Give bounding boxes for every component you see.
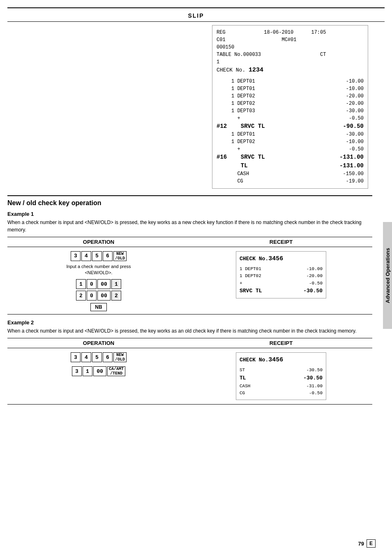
receipt-check-no-1: CHECK No.3456 [240, 254, 323, 264]
slip-item: + -0.50 [217, 115, 364, 122]
key-4: 4 [81, 251, 91, 261]
example1-body: 3 4 5 6 NEW/OLD Input a check number and… [7, 247, 372, 314]
slip-receipt: REG 18-06-2010 17:05 C01 MC#01 000150 TA… [212, 25, 368, 189]
receipt-srvc: SRVC TL-30.50 [240, 287, 323, 296]
key-ex2-1: 1 [83, 366, 92, 376]
slip-line2: C01 MC#01 [217, 36, 364, 44]
slip-section: SLIP REG 18-06-2010 17:05 C01 MC#01 0001… [7, 12, 385, 189]
example2-header: OPERATION RECEIPT [7, 338, 372, 348]
key-ex2-3: 3 [71, 352, 81, 362]
key-row-ex2-2: 3 1 00 CA/AMT/TEND [72, 366, 125, 376]
content-area: New / old check key operation Example 1 … [7, 195, 385, 405]
example1-title: Example 1 [7, 211, 372, 217]
receipt-line-cash: CASH-31.00 [240, 383, 323, 390]
slip-cg: CG -19.00 [217, 178, 364, 185]
slip-line4: TABLE No.000033 CT [217, 51, 364, 58]
operation-header-2: OPERATION [7, 338, 190, 348]
example1-header: OPERATION RECEIPT [7, 237, 372, 247]
key-ex2-4: 4 [81, 352, 91, 362]
receipt-header-2: RECEIPT [190, 338, 372, 348]
key-row-1: 3 4 5 6 NEW/OLD [71, 251, 127, 261]
key-row-ex2-1: 3 4 5 6 NEW/OLD [71, 352, 127, 362]
key-ex2-00: 00 [93, 366, 106, 376]
page-letter: E [369, 541, 373, 546]
slip-item: 1 DEPT01 -10.00 [217, 78, 364, 85]
section-title: New / old check key operation [7, 195, 372, 207]
example1-operation: 3 4 5 6 NEW/OLD Input a check number and… [7, 250, 190, 312]
slip-line3: 000150 [217, 44, 364, 51]
receipt-box-1: CHECK No.3456 1 DEPT01-10.00 1 DEPT02-20… [236, 251, 326, 299]
slip-item: 1 DEPT01 -10.00 [217, 85, 364, 92]
slip-item: 1 DEPT01 -30.00 [217, 131, 364, 138]
key-2a: 2 [76, 291, 86, 301]
receipt-box-2: CHECK No.3456 ST-30.50 TL-30.50 CASH-31.… [236, 352, 326, 400]
key-0a: 0 [87, 279, 97, 289]
example2-operation: 3 4 5 6 NEW/OLD 3 1 00 CA/AMT/TEND [7, 351, 190, 379]
slip-item: + -0.50 [217, 146, 364, 153]
receipt-line: 1 DEPT01-10.00 [240, 266, 323, 273]
key-ca-amt-tend: CA/AMT/TEND [107, 366, 125, 376]
top-rule [7, 7, 385, 8]
side-tab-text: Advanced Operations [385, 248, 391, 303]
example2-body: 3 4 5 6 NEW/OLD 3 1 00 CA/AMT/TEND CHECK… [7, 348, 372, 404]
slip-line1: REG 18-06-2010 17:05 [217, 29, 364, 36]
key-1b: 1 [111, 279, 121, 289]
slip-item: 1 DEPT03 -30.00 [217, 107, 364, 115]
slip-tl: TL -131.00 [217, 162, 364, 170]
slip-line5: 1 [217, 58, 364, 66]
key-0b: 0 [87, 291, 97, 301]
slip-item: 1 DEPT02 -20.00 [217, 92, 364, 100]
example2-receipt: CHECK No.3456 ST-30.50 TL-30.50 CASH-31.… [190, 351, 372, 402]
key-3: 3 [71, 251, 81, 261]
slip-divider [7, 21, 385, 22]
example2-desc: When a check number is input and <NEW/OL… [7, 327, 372, 335]
receipt-line: +-0.50 [240, 280, 323, 287]
key-1a: 1 [76, 279, 86, 289]
page-letter-box: E [367, 539, 376, 548]
slip-check-no: CHECK No. 1234 [217, 66, 364, 75]
example2-title: Example 2 [7, 319, 372, 326]
slip-title: SLIP [188, 12, 204, 19]
key-nb: NB [90, 303, 106, 311]
example1-receipt: CHECK No.3456 1 DEPT01-10.00 1 DEPT02-20… [190, 250, 372, 301]
key-ex2-new-old: NEW/OLD [113, 352, 127, 362]
slip-item: 1 DEPT02 -20.00 [217, 100, 364, 107]
page-number-area: 79 E [358, 539, 376, 548]
key-00b: 00 [97, 291, 111, 301]
key-00a: 00 [97, 279, 111, 289]
slip-srvc-1: #12 SRVC TL -90.50 [217, 122, 364, 131]
slip-srvc-2: #16 SRVC TL -131.00 [217, 153, 364, 162]
key-row-2b: 2 0 00 2 [76, 291, 121, 301]
key-2b: 2 [111, 291, 121, 301]
page-number: 79 [358, 541, 364, 547]
receipt-check-no-2: CHECK No.3456 [240, 355, 323, 365]
receipt-line: 1 DEPT02-20.00 [240, 273, 323, 280]
key-6: 6 [103, 251, 113, 261]
key-ex2-3b: 3 [72, 366, 82, 376]
side-tab: Advanced Operations [383, 222, 392, 329]
receipt-line-st: ST-30.50 [240, 367, 323, 374]
key-row-2a: 1 0 00 1 [76, 279, 121, 289]
key-ex2-6: 6 [103, 352, 113, 362]
slip-item: 1 DEPT02 -10.00 [217, 138, 364, 146]
slip-cash: CASH -150.00 [217, 170, 364, 178]
example1-desc: When a check number is input and <NEW/OL… [7, 219, 372, 234]
key-desc-1: Input a check number and press<NEW/OLD>. [66, 264, 131, 276]
key-new-old: NEW/OLD [113, 251, 127, 261]
key-ex2-5: 5 [92, 352, 102, 362]
example1-table: OPERATION RECEIPT 3 4 5 6 NEW/OLD Input … [7, 237, 372, 315]
operation-header: OPERATION [7, 237, 190, 247]
example2-table: OPERATION RECEIPT 3 4 5 6 NEW/OLD 3 1 00 [7, 338, 372, 405]
receipt-line-tl: TL-30.50 [240, 374, 323, 383]
key-5: 5 [92, 251, 102, 261]
receipt-line-cg: CG-0.50 [240, 390, 323, 397]
receipt-header: RECEIPT [190, 237, 372, 247]
